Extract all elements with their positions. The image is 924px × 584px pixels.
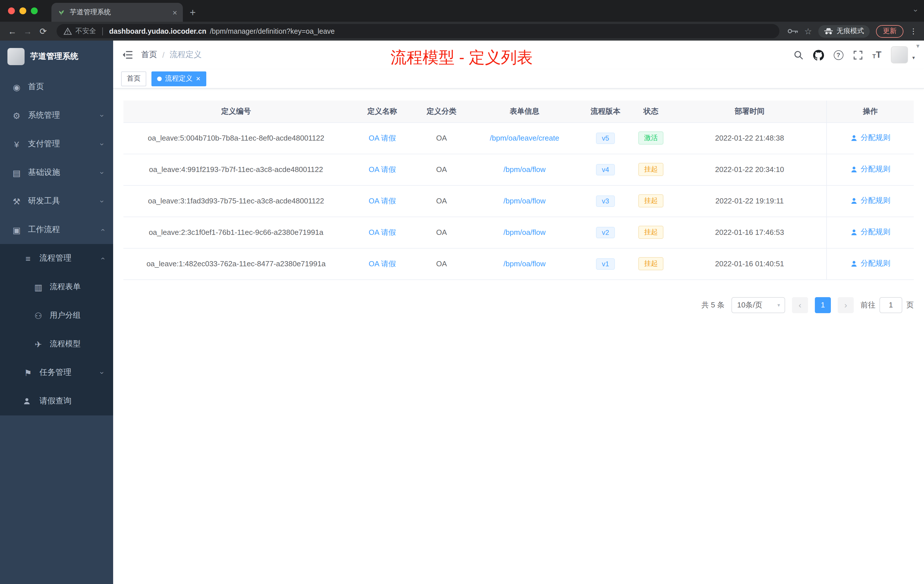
sidebar-item-process-model[interactable]: ✈ 流程模型	[0, 330, 113, 358]
sidebar-item-home[interactable]: ◉ 首页	[0, 73, 113, 101]
tag-close-icon[interactable]: ×	[196, 75, 200, 82]
prev-page-button[interactable]: ‹	[792, 297, 808, 313]
cell-definition-name: OA 请假	[348, 154, 416, 185]
cell-form-info: /bpm/oa/leave/create	[467, 122, 582, 154]
app-logo[interactable]: 芋道管理系统	[0, 41, 113, 73]
back-button[interactable]: ←	[5, 27, 20, 35]
page-size-select[interactable]: 10条/页 ▾	[731, 297, 785, 313]
sidebar-item-task-mgmt[interactable]: ⚑ 任务管理 ›	[0, 358, 113, 387]
form-icon: ▥	[33, 282, 43, 291]
close-window-button[interactable]	[8, 7, 15, 14]
browser-menu-icon[interactable]: ⋮	[910, 27, 917, 35]
definition-name-link[interactable]: OA 请假	[369, 228, 396, 236]
maximize-window-button[interactable]	[31, 7, 38, 14]
topbar: 首页 / 流程定义 流程模型 - 定义列表 ?	[113, 41, 924, 69]
cell-category: OA	[416, 122, 467, 154]
assign-rule-link[interactable]: 分配规则	[850, 259, 890, 269]
key-icon[interactable]	[787, 28, 798, 34]
cell-deploy-time: 2022-01-16 01:40:51	[673, 248, 827, 279]
sidebar-item-label: 请假查询	[40, 396, 71, 406]
goto-unit-label: 页	[906, 300, 914, 310]
version-badge: v2	[596, 226, 615, 238]
person-icon	[850, 197, 858, 205]
cell-actions: 分配规则	[827, 122, 914, 154]
tab-title: 芋道管理系统	[70, 7, 168, 17]
assign-rule-link[interactable]: 分配规则	[850, 164, 890, 175]
table-header-row: 定义编号定义名称定义分类表单信息流程版本状态部署时间操作	[124, 101, 914, 122]
tab-strip: 芋道管理系统 × + ›	[0, 0, 924, 22]
assign-rule-link[interactable]: 分配规则	[850, 133, 890, 143]
flag-icon: ⚑	[23, 368, 33, 377]
sidebar-item-user-group[interactable]: ⚇ 用户分组	[0, 301, 113, 330]
tag-process-definition[interactable]: 流程定义 ×	[152, 71, 206, 86]
cell-status: 挂起	[629, 216, 673, 248]
help-icon[interactable]: ?	[833, 50, 843, 60]
cell-form-info: /bpm/oa/flow	[467, 154, 582, 185]
current-page-button[interactable]: 1	[815, 297, 831, 313]
next-page-button[interactable]: ›	[838, 297, 854, 313]
cell-actions: 分配规则	[827, 216, 914, 248]
font-size-icon[interactable]: TT	[872, 50, 881, 59]
cell-deploy-time: 2022-01-22 19:19:11	[673, 185, 827, 216]
assign-rule-link[interactable]: 分配规则	[850, 196, 890, 206]
form-link[interactable]: /bpm/oa/flow	[503, 259, 545, 268]
sidebar-item-workflow[interactable]: ▣ 工作流程 ›	[0, 215, 113, 244]
goto-page-input[interactable]	[879, 297, 902, 313]
incognito-icon	[824, 28, 833, 35]
assign-rule-link[interactable]: 分配规则	[850, 227, 890, 238]
sidebar-item-payment[interactable]: ¥ 支付管理 ›	[0, 130, 113, 158]
column-header: 流程版本	[582, 101, 629, 122]
security-label[interactable]: 不安全	[76, 26, 96, 36]
avatar[interactable]	[891, 46, 908, 63]
chevron-down-icon: ›	[98, 143, 107, 145]
active-tag-dot	[157, 76, 162, 81]
sidebar-item-label: 用户分组	[50, 310, 81, 320]
sidebar-item-process-form[interactable]: ▥ 流程表单	[0, 272, 113, 301]
sidebar-item-leave-query[interactable]: 请假查询	[0, 387, 113, 416]
sidebar-item-process-mgmt[interactable]: ≡ 流程管理 ›	[0, 244, 113, 272]
column-header: 定义名称	[348, 101, 416, 122]
tab-search-icon[interactable]: ›	[912, 10, 920, 12]
logo-avatar	[7, 48, 25, 65]
refresh-button[interactable]: ⟳	[35, 27, 51, 35]
cell-version: v3	[582, 185, 629, 216]
sidebar-item-label: 支付管理	[28, 139, 60, 149]
sidebar-toggle-icon[interactable]	[122, 50, 132, 59]
github-icon[interactable]	[813, 49, 824, 60]
sidebar-item-system[interactable]: ⚙ 系统管理 ›	[0, 101, 113, 130]
bookmark-star-icon[interactable]: ☆	[804, 27, 812, 35]
column-header: 表单信息	[467, 101, 582, 122]
forward-button[interactable]: →	[20, 27, 35, 35]
chevron-down-icon: ›	[98, 200, 107, 203]
cell-actions: 分配规则	[827, 185, 914, 216]
form-link[interactable]: /bpm/oa/flow	[503, 196, 545, 205]
definition-name-link[interactable]: OA 请假	[369, 196, 396, 205]
definition-name-link[interactable]: OA 请假	[369, 165, 396, 173]
version-badge: v3	[596, 195, 615, 206]
browser-tab[interactable]: 芋道管理系统 ×	[51, 3, 183, 22]
sidebar-item-infra[interactable]: ▤ 基础设施 ›	[0, 158, 113, 187]
favicon-icon	[57, 7, 65, 17]
toolbar-chevron-icon[interactable]: ▾	[916, 42, 919, 50]
briefcase-icon: ▣	[12, 226, 22, 234]
fullscreen-icon[interactable]	[853, 50, 863, 60]
search-icon[interactable]	[794, 50, 803, 60]
minimize-window-button[interactable]	[20, 7, 26, 14]
update-button[interactable]: 更新	[876, 25, 903, 38]
url-host: dashboard.yudao.iocoder.cn	[109, 27, 206, 35]
form-link[interactable]: /bpm/oa/flow	[503, 228, 545, 237]
definition-name-link[interactable]: OA 请假	[369, 134, 396, 142]
sidebar-item-devtools[interactable]: ⚒ 研发工具 ›	[0, 187, 113, 215]
form-link[interactable]: /bpm/oa/flow	[503, 165, 545, 174]
definition-name-link[interactable]: OA 请假	[369, 259, 396, 268]
tab-close-icon[interactable]: ×	[173, 8, 177, 16]
address-bar[interactable]: 不安全 dashboard.yudao.iocoder.cn/bpm/manag…	[56, 24, 779, 38]
tag-home[interactable]: 首页	[121, 71, 146, 86]
new-tab-button[interactable]: +	[190, 7, 196, 18]
breadcrumb-home[interactable]: 首页	[141, 50, 157, 60]
topbar-actions: ? TT ▾	[794, 46, 915, 63]
cell-form-info: /bpm/oa/flow	[467, 185, 582, 216]
cell-form-info: /bpm/oa/flow	[467, 248, 582, 279]
form-link[interactable]: /bpm/oa/leave/create	[490, 134, 559, 142]
screen: 芋道管理系统 × + › ← → ⟳ 不安全 dashboard.yudao.i…	[0, 0, 924, 584]
